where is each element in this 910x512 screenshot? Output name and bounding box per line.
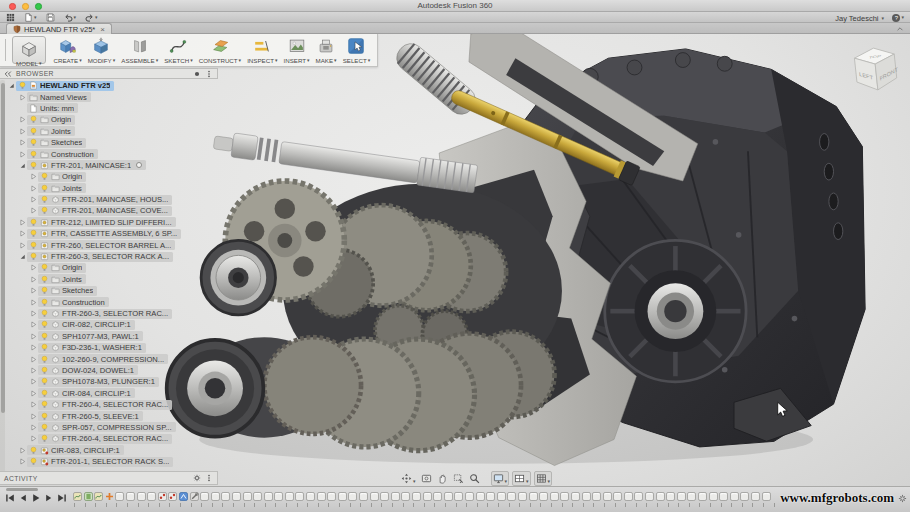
timeline-feature-plain-icon[interactable]	[115, 492, 124, 501]
account-menu[interactable]: Jay Tedeschi ▾	[835, 14, 884, 23]
timeline-feature-plain-icon[interactable]	[571, 492, 580, 501]
timeline-feature-plain-icon[interactable]	[560, 492, 569, 501]
timeline-feature-plain-icon[interactable]	[444, 492, 453, 501]
timeline-feature-plain-icon[interactable]	[687, 492, 696, 501]
timeline-feature-joint-icon[interactable]	[168, 492, 177, 501]
tree-row[interactable]: SPH1077-M3, PAWL:1	[7, 331, 218, 342]
expander-closed-icon[interactable]	[18, 115, 27, 124]
expander-closed-icon[interactable]	[29, 206, 38, 215]
timeline-feature-plain-icon[interactable]	[698, 492, 707, 501]
tree-item[interactable]: 102-260-9, COMPRESSION...	[38, 354, 168, 364]
activity-settings-gear-icon[interactable]	[193, 474, 201, 482]
tree-item[interactable]: FTR-260-5, SLEEVE:1	[38, 411, 143, 421]
tree-item[interactable]: SPH1077-M3, PAWL:1	[38, 331, 143, 341]
timeline-feature-plain-icon[interactable]	[476, 492, 485, 501]
tree-row[interactable]: FTR-260, SELECTOR BARREL A...	[7, 239, 218, 250]
tree-row[interactable]: Origin	[7, 171, 218, 182]
timeline-feature-plain-icon[interactable]	[147, 492, 156, 501]
tree-row[interactable]: Construction	[7, 148, 218, 159]
tree-row[interactable]: Origin	[7, 262, 218, 273]
timeline-feature-plain-icon[interactable]	[603, 492, 612, 501]
timeline-feature-plain-icon[interactable]	[518, 492, 527, 501]
tree-row[interactable]: F3D-236-1, WASHER:1	[7, 342, 218, 353]
timeline-feature-plain-icon[interactable]	[253, 492, 262, 501]
tree-row[interactable]: FTR-201-1, SELECTOR RACK S...	[7, 456, 218, 467]
tree-row[interactable]: Units: mm	[7, 103, 218, 114]
timeline-feature-plain-icon[interactable]	[762, 492, 771, 501]
panel-menu-icon[interactable]	[205, 70, 213, 78]
timeline-feature-plain-icon[interactable]	[295, 492, 304, 501]
ribbon-inspect-menu[interactable]: INSPECT▾	[244, 34, 280, 66]
tree-row[interactable]: CIR-084, CIRCLIP:1	[7, 388, 218, 399]
timeline-feature-plain-icon[interactable]	[126, 492, 135, 501]
expander-closed-icon[interactable]	[29, 184, 38, 193]
expander-closed-icon[interactable]	[29, 309, 38, 318]
browser-scrollbar[interactable]	[0, 80, 5, 472]
timeline-feature-green-icon[interactable]	[84, 492, 93, 501]
tree-row[interactable]: Sketches	[7, 285, 218, 296]
timeline-feature-plain-icon[interactable]	[624, 492, 633, 501]
tree-row[interactable]: FTR-260-5, SLEEVE:1	[7, 410, 218, 421]
expander-closed-icon[interactable]	[18, 446, 27, 455]
tab-hewland-ftr[interactable]: HEWLAND FTR v25* ×	[6, 23, 112, 34]
tree-row[interactable]: Joints	[7, 274, 218, 285]
close-tab-icon[interactable]: ×	[100, 25, 105, 34]
tree-item[interactable]: Origin	[38, 172, 86, 182]
timeline-feature-plain-icon[interactable]	[634, 492, 643, 501]
tree-row[interactable]: CIR-082, CIRCLIP:1	[7, 319, 218, 330]
collapse-panel-icon[interactable]	[4, 70, 12, 78]
tree-row[interactable]: Origin	[7, 114, 218, 125]
tree-item[interactable]: Origin	[38, 263, 86, 273]
tree-item[interactable]: FTR, CASSETTE ASSEMBLY, 6 SP...	[27, 229, 181, 239]
timeline-feature-plain-icon[interactable]	[539, 492, 548, 501]
tree-row[interactable]: SPH1078-M3, PLUNGER:1	[7, 376, 218, 387]
tree-row[interactable]: FTR-201, MAINCASE:1	[7, 160, 218, 171]
activity-panel-header[interactable]: ACTIVITY	[0, 471, 218, 485]
timeline-feature-plain-icon[interactable]	[264, 492, 273, 501]
tree-item[interactable]: Named Views	[27, 92, 91, 102]
tree-item[interactable]: FTR-212, LIMITED SLIP DIFFERI...	[27, 217, 176, 227]
qat-undo-button[interactable]: ▾	[64, 13, 77, 22]
timeline-feature-plain-icon[interactable]	[327, 492, 336, 501]
tree-item[interactable]: FTR-260-4, SELECTOR RAC...	[38, 400, 172, 410]
expander-closed-icon[interactable]	[29, 298, 38, 307]
qat-save-button[interactable]	[46, 13, 55, 22]
tree-item[interactable]: Origin	[27, 115, 75, 125]
tree-item[interactable]: FTR-201-1, SELECTOR RACK S...	[27, 457, 173, 467]
tree-row[interactable]: 102-260-9, COMPRESSION...	[7, 353, 218, 364]
timeline-go-to-end-button[interactable]	[57, 493, 67, 503]
timeline-feature-plain-icon[interactable]	[423, 492, 432, 501]
ribbon-construct-menu[interactable]: CONSTRUCT▾	[196, 34, 244, 66]
ribbon-model-menu[interactable]: MODEL▾	[12, 36, 46, 64]
timeline-feature-plain-icon[interactable]	[338, 492, 347, 501]
tree-row[interactable]: Sketches	[7, 137, 218, 148]
tree-row[interactable]: FTR-201, MAINCASE, HOUS...	[7, 194, 218, 205]
tree-row[interactable]: Joints	[7, 183, 218, 194]
timeline-feature-plain-icon[interactable]	[465, 492, 474, 501]
timeline-feature-plain-icon[interactable]	[751, 492, 760, 501]
timeline-feature-plain-icon[interactable]	[243, 492, 252, 501]
timeline-feature-plain-icon[interactable]	[306, 492, 315, 501]
tree-item[interactable]: SPR-057, COMPRESSION SP...	[38, 422, 176, 432]
tree-item[interactable]: FTR-260-3, SELECTOR RACK A...	[27, 252, 173, 262]
navbar-zoom-window-button[interactable]	[452, 472, 465, 485]
timeline-feature-plain-icon[interactable]	[550, 492, 559, 501]
timeline-feature-plain-icon[interactable]	[232, 492, 241, 501]
expander-closed-icon[interactable]	[29, 172, 38, 181]
tree-item[interactable]: CIR-082, CIRCLIP:1	[38, 320, 135, 330]
timeline-feature-wrench-icon[interactable]	[190, 492, 199, 501]
tree-row[interactable]: FTR, CASSETTE ASSEMBLY, 6 SP...	[7, 228, 218, 239]
qat-redo-button[interactable]: ▾	[85, 13, 98, 22]
tree-row[interactable]: HEWLAND FTR v25	[7, 80, 218, 91]
timeline-step-back-button[interactable]	[18, 493, 28, 503]
timeline-feature-plain-icon[interactable]	[285, 492, 294, 501]
tree-item[interactable]: FTR-260, SELECTOR BARREL A...	[27, 240, 175, 250]
timeline-feature-plain-icon[interactable]	[401, 492, 410, 501]
expander-closed-icon[interactable]	[29, 355, 38, 364]
expander-closed-icon[interactable]	[29, 366, 38, 375]
tree-row[interactable]: FTR-260-3, SELECTOR RACK A...	[7, 251, 218, 262]
expander-closed-icon[interactable]	[29, 389, 38, 398]
tree-row[interactable]: FTR-260-4, SELECTOR RAC...	[7, 399, 218, 410]
tree-row[interactable]: CIR-083, CIRCLIP:1	[7, 445, 218, 456]
timeline-options-gear-icon[interactable]	[898, 494, 907, 503]
